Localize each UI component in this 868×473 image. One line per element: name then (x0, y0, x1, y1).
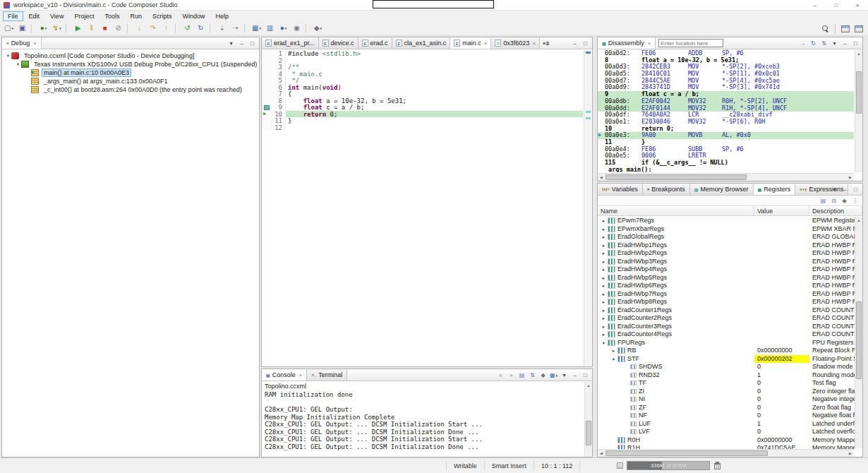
expand-arrow-icon[interactable]: ▸ (601, 282, 607, 290)
gutter-marker[interactable] (262, 50, 271, 57)
close-view-icon[interactable]: × (299, 372, 303, 378)
register-row[interactable]: ▸ EradHWbp3Regs ERAD HWBP Registers (598, 258, 855, 266)
open-perspective-button[interactable] (839, 23, 851, 35)
expand-arrow-icon[interactable]: ▸ (601, 330, 607, 339)
register-value[interactable]: 0 (754, 428, 809, 436)
scroll-up-icon[interactable]: ▲ (855, 50, 862, 57)
disassembly-row[interactable]: 00a0e4: FE86 SUBB SP, #6 (598, 146, 854, 153)
gutter-marker[interactable] (262, 97, 271, 104)
register-value[interactable]: 1 (754, 371, 809, 380)
garbage-collect-icon[interactable] (714, 462, 721, 469)
expand-arrow-icon[interactable]: ▸ (601, 249, 607, 258)
overview-ruler[interactable] (584, 50, 592, 366)
scroll-up-icon[interactable]: ▲ (585, 382, 592, 389)
code-line[interactable]: 3 /** (262, 64, 583, 71)
code-line[interactable]: 9 float c = a / b; (262, 104, 583, 111)
view-menu-button[interactable]: ▾ (560, 371, 569, 381)
code-line[interactable]: 8 float a = 10e-32, b = 5e31; (262, 97, 583, 104)
register-name-cell[interactable]: ▾ STF (598, 355, 754, 364)
tab-terminal[interactable]: >_ Terminal (307, 369, 347, 381)
code-text[interactable]: /** (286, 64, 583, 71)
scrollbar-thumb[interactable] (856, 71, 862, 114)
register-name-cell[interactable]: R1H (598, 444, 754, 449)
maximize-editor-button[interactable]: □ (581, 39, 590, 49)
expand-arrow-icon[interactable]: ▸ (601, 265, 607, 274)
register-name-cell[interactable]: R0H (598, 436, 754, 445)
menu-tools[interactable]: Tools (100, 11, 124, 21)
gutter-marker[interactable] (262, 71, 271, 78)
close-window-button[interactable]: × (847, 0, 868, 11)
menu-view[interactable]: View (45, 11, 68, 21)
expand-arrow-icon[interactable]: ▸ (601, 241, 607, 250)
code-text[interactable] (286, 57, 583, 64)
code-text[interactable]: */ (286, 77, 583, 84)
refresh-button[interactable]: ↻ (195, 23, 207, 35)
menu-run[interactable]: Run (125, 11, 147, 21)
scrollbar-thumb[interactable] (856, 301, 862, 379)
register-value[interactable]: 0 (754, 363, 809, 371)
register-row[interactable]: R1H 0x741DC5AE Memory Mapped (598, 444, 855, 449)
tab-variables[interactable]: (x)= Variables (598, 184, 643, 195)
tab-debug[interactable]: ● Debug × (2, 37, 42, 49)
disassembly-row[interactable]: _args_main(): (598, 167, 854, 172)
watchpoint-button[interactable]: ◉ (291, 23, 303, 35)
maximize-view-button[interactable]: □ (851, 39, 860, 49)
register-name-cell[interactable]: ▸ EradHWbp2Regs (598, 249, 754, 258)
register-name-cell[interactable]: SHDWS (598, 363, 754, 371)
register-value[interactable]: 0x741DC5AE (754, 444, 809, 449)
scroll-lock-button[interactable]: ⇅ (528, 371, 537, 381)
scrollbar-thumb[interactable] (586, 421, 591, 445)
remove-console-button[interactable]: × (507, 371, 516, 381)
gutter-marker[interactable] (262, 104, 271, 111)
scroll-down-icon[interactable]: ▼ (855, 165, 868, 172)
toolbar-overflow-button[interactable]: ⋮ (850, 196, 860, 205)
code-line[interactable]: 6 int main(void) (262, 84, 583, 91)
scroll-lock-button[interactable]: ⇅ (819, 39, 828, 49)
pin-view-button[interactable]: ◆ (840, 196, 849, 205)
register-name-cell[interactable]: ▸ EradHWbp8Regs (598, 298, 754, 306)
expand-arrow-icon[interactable]: ▸ (601, 298, 607, 306)
breakpoint-button[interactable]: ● ▾ (277, 23, 289, 35)
register-value[interactable]: 1 (754, 420, 809, 429)
tab-main-c[interactable]: main.c × (450, 37, 491, 49)
debug-tree-row[interactable]: ▾ Topolino.ccxml [Code Composer Studio -… (2, 52, 259, 60)
view-menu-button[interactable]: ▾ (830, 39, 839, 49)
terminate-button[interactable]: ■ (99, 23, 111, 35)
tab-cla-ex1-asin-c[interactable]: cla_ex1_asin.c (392, 37, 451, 49)
register-value[interactable]: 0x00000000 (754, 347, 809, 355)
register-value[interactable]: 0 (754, 395, 809, 404)
register-row[interactable]: ▸ EradHWbp6Regs ERAD HWBP Registers (598, 282, 855, 290)
register-value[interactable]: 0 (754, 404, 809, 412)
code-editor[interactable]: 1 #include <stdlib.h> 2 3 /** (262, 50, 583, 366)
new-button[interactable]: ▢ ▾ (3, 23, 15, 35)
register-name-cell[interactable]: ▸ EradCounter2Regs (598, 314, 754, 323)
expand-arrow-icon[interactable]: ▸ (610, 347, 617, 355)
show-layout-button[interactable]: ▤ (819, 196, 828, 205)
code-line[interactable]: 5 */ (262, 77, 583, 84)
register-row[interactable]: TF 0 Test flag (598, 379, 855, 388)
register-row[interactable]: ▸ EradCounter3Regs ERAD COUNTER Register… (598, 323, 855, 331)
debug-button[interactable]: ● ▾ (37, 23, 49, 35)
register-row[interactable]: ▸ EradHWbp5Regs ERAD HWBP Registers (598, 274, 855, 282)
menu-edit[interactable]: Edit (24, 11, 45, 21)
menu-window[interactable]: Window (177, 11, 210, 21)
location-input[interactable] (658, 39, 723, 47)
step-over-button[interactable]: ↷ (147, 23, 159, 35)
expand-arrow-icon[interactable]: ▸ (601, 314, 607, 323)
register-name-cell[interactable]: ▸ EradHWbp7Regs (598, 290, 754, 299)
register-row[interactable]: NI 0 Negative integer flag (598, 395, 855, 404)
expand-arrow-icon[interactable]: ▸ (601, 225, 607, 234)
register-row[interactable]: ▸ EradCounter4Regs ERAD COUNTER Register… (598, 330, 855, 339)
register-name-cell[interactable]: ▸ EradHWbp5Regs (598, 274, 754, 282)
column-header-description[interactable]: Description (809, 206, 862, 216)
register-value[interactable]: 0x00000202 (754, 355, 809, 364)
register-value[interactable]: 0 (754, 379, 809, 388)
code-text[interactable]: { (286, 90, 583, 97)
disassembly-row[interactable]: 00a0d9: 2843741D MOV *-SP[3], #0x741d (598, 84, 854, 91)
overview-mark[interactable] (586, 52, 591, 54)
tab-breakpoints[interactable]: ● Breakpoints (643, 184, 690, 195)
suspend-button[interactable]: ‖ (85, 23, 97, 35)
debug-tree-row[interactable]: ▾ Texas Instruments XDS100v2 USB Debug P… (2, 60, 259, 68)
register-value[interactable]: 0 (754, 412, 809, 420)
disassembly-hscrollbar[interactable]: ◀ ▶ (598, 173, 854, 181)
